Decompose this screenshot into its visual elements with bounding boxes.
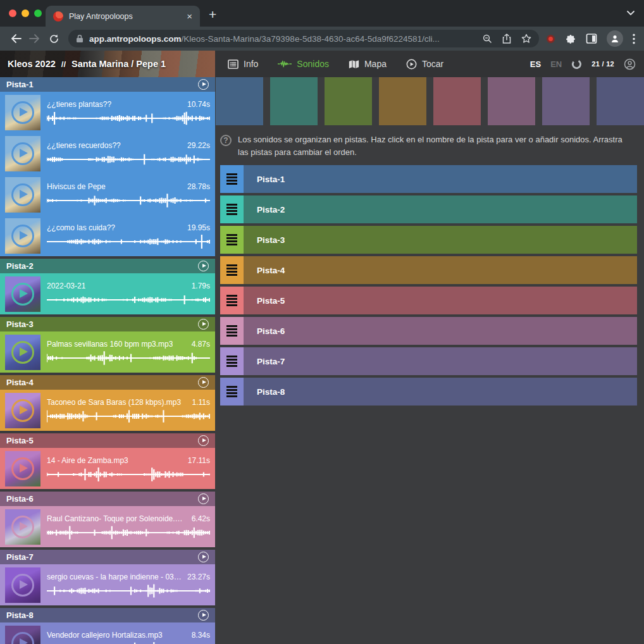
- clip-waveform[interactable]: [47, 111, 210, 126]
- minimize-window-button[interactable]: [22, 9, 29, 17]
- clip-waveform[interactable]: [47, 525, 210, 540]
- track-header[interactable]: Pista-5: [0, 433, 215, 448]
- back-icon[interactable]: [6, 34, 25, 44]
- clip-play-icon[interactable]: [5, 136, 40, 171]
- track-row-pista-2[interactable]: Pista-2: [220, 195, 637, 223]
- clip-thumbnail[interactable]: [5, 136, 40, 171]
- track-header[interactable]: Pista-8: [0, 608, 215, 622]
- clip-waveform[interactable]: [47, 350, 210, 366]
- track-row-name[interactable]: Pista-2: [244, 195, 285, 223]
- audio-clip[interactable]: ¿¿tienes recuerdos??29.22s: [0, 133, 215, 174]
- track-name[interactable]: Pista-1: [6, 80, 34, 89]
- clip-play-icon[interactable]: [5, 393, 40, 428]
- drag-handle[interactable]: [220, 378, 244, 406]
- drag-handle[interactable]: [220, 317, 244, 345]
- audio-clip[interactable]: 14 - Aire de Zamba.mp317.11s: [0, 448, 215, 489]
- track-header[interactable]: Pista-2: [0, 259, 215, 273]
- track-name[interactable]: Pista-3: [6, 319, 34, 329]
- track-name[interactable]: Pista-8: [6, 610, 34, 620]
- clip-thumbnail[interactable]: [5, 177, 40, 213]
- audio-clip[interactable]: Taconeo de Sara Baras (128 kbps).mp31.11…: [0, 390, 215, 431]
- zoom-icon[interactable]: [483, 34, 492, 44]
- track-row-name[interactable]: Pista-1: [244, 165, 285, 193]
- audio-clip[interactable]: Hiviscus de Pepe28.78s: [0, 174, 215, 215]
- language-en-button[interactable]: EN: [550, 59, 562, 69]
- audio-clip[interactable]: Raul Cantizano- Toque por Solenoide.mp36…: [0, 506, 215, 547]
- clip-thumbnail[interactable]: [5, 626, 40, 644]
- audio-clip[interactable]: Vendedor callejero Hortalizas.mp38.34s: [0, 622, 215, 644]
- browser-profile-avatar[interactable]: [607, 30, 623, 47]
- clip-waveform[interactable]: [47, 152, 210, 167]
- clip-thumbnail[interactable]: [5, 509, 40, 545]
- browser-menu-kebab-icon[interactable]: [633, 34, 635, 44]
- account-icon[interactable]: [624, 58, 636, 70]
- track-play-icon[interactable]: [198, 610, 209, 621]
- extensions-puzzle-icon[interactable]: [564, 33, 576, 45]
- close-window-button[interactable]: [9, 9, 16, 17]
- clip-play-icon[interactable]: [5, 626, 40, 644]
- track-header[interactable]: Pista-1: [0, 77, 215, 92]
- clip-play-icon[interactable]: [5, 451, 40, 486]
- clip-waveform[interactable]: [47, 641, 210, 644]
- tab-search-chevron-icon[interactable]: [626, 8, 635, 17]
- side-panel-icon[interactable]: [586, 33, 597, 44]
- track-row-pista-6[interactable]: Pista-6: [220, 317, 637, 345]
- drag-handle[interactable]: [220, 165, 244, 193]
- drag-handle[interactable]: [220, 287, 244, 314]
- clip-play-icon[interactable]: [5, 567, 40, 603]
- track-play-icon[interactable]: [198, 552, 209, 562]
- track-play-icon[interactable]: [198, 377, 209, 388]
- track-name[interactable]: Pista-6: [6, 494, 34, 504]
- language-es-button[interactable]: ES: [530, 59, 541, 69]
- project-title[interactable]: Kleos 2022: [8, 59, 56, 69]
- new-tab-button[interactable]: +: [209, 7, 216, 22]
- track-row-name[interactable]: Pista-4: [244, 256, 285, 284]
- clip-thumbnail[interactable]: [5, 95, 40, 130]
- browser-tab[interactable]: Play Antropoloops ×: [46, 6, 200, 27]
- track-row-pista-4[interactable]: Pista-4: [220, 256, 637, 284]
- address-bar[interactable]: app.antropoloops.com/Kleos-Santa-Marina/…: [68, 30, 539, 47]
- drag-handle[interactable]: [220, 256, 244, 284]
- track-play-icon[interactable]: [198, 319, 209, 330]
- share-icon[interactable]: [502, 34, 511, 44]
- drag-handle[interactable]: [220, 195, 244, 223]
- clip-thumbnail[interactable]: [5, 218, 40, 254]
- track-row-name[interactable]: Pista-6: [244, 317, 285, 345]
- nav-tab-tocar[interactable]: Tocar: [401, 59, 458, 70]
- track-name[interactable]: Pista-7: [6, 552, 34, 562]
- track-row-pista-5[interactable]: Pista-5: [220, 287, 637, 314]
- track-name[interactable]: Pista-2: [6, 261, 34, 271]
- track-header[interactable]: Pista-6: [0, 492, 215, 506]
- recording-extension-icon[interactable]: [547, 35, 555, 43]
- bookmark-star-icon[interactable]: [521, 34, 531, 44]
- track-row-name[interactable]: Pista-8: [244, 378, 285, 406]
- clip-thumbnail[interactable]: [5, 451, 40, 486]
- clip-waveform[interactable]: [47, 409, 210, 424]
- clip-play-icon[interactable]: [5, 335, 40, 370]
- audio-clip[interactable]: 2022-03-211.79s: [0, 273, 215, 314]
- track-header[interactable]: Pista-3: [0, 317, 215, 331]
- track-row-pista-1[interactable]: Pista-1: [220, 165, 637, 193]
- clip-thumbnail[interactable]: [5, 567, 40, 603]
- track-play-icon[interactable]: [198, 79, 209, 90]
- zoom-window-button[interactable]: [34, 9, 42, 17]
- nav-tab-info[interactable]: Info: [223, 59, 273, 69]
- audio-clip[interactable]: ¿¿tienes plantas??10.74s: [0, 92, 215, 133]
- track-row-pista-8[interactable]: Pista-8: [220, 378, 637, 406]
- clip-play-icon[interactable]: [5, 509, 40, 545]
- clip-thumbnail[interactable]: [5, 335, 40, 370]
- track-play-icon[interactable]: [198, 493, 209, 504]
- clip-waveform[interactable]: [47, 583, 210, 598]
- clip-waveform[interactable]: [47, 467, 210, 482]
- audio-clip[interactable]: Palmas sevillanas 160 bpm mp3.mp34.87s: [0, 331, 215, 373]
- track-header[interactable]: Pista-4: [0, 375, 215, 390]
- track-name[interactable]: Pista-4: [6, 378, 34, 387]
- clip-waveform[interactable]: [47, 292, 210, 307]
- nav-tab-sonidos[interactable]: Sonidos: [273, 59, 344, 69]
- track-row-pista-3[interactable]: Pista-3: [220, 226, 637, 254]
- audio-clip[interactable]: sergio cuevas - la harpe indienne - 03 -…: [0, 564, 215, 605]
- nav-tab-mapa[interactable]: Mapa: [344, 59, 401, 69]
- clip-thumbnail[interactable]: [5, 393, 40, 428]
- reload-icon[interactable]: [44, 34, 63, 44]
- track-header[interactable]: Pista-7: [0, 550, 215, 564]
